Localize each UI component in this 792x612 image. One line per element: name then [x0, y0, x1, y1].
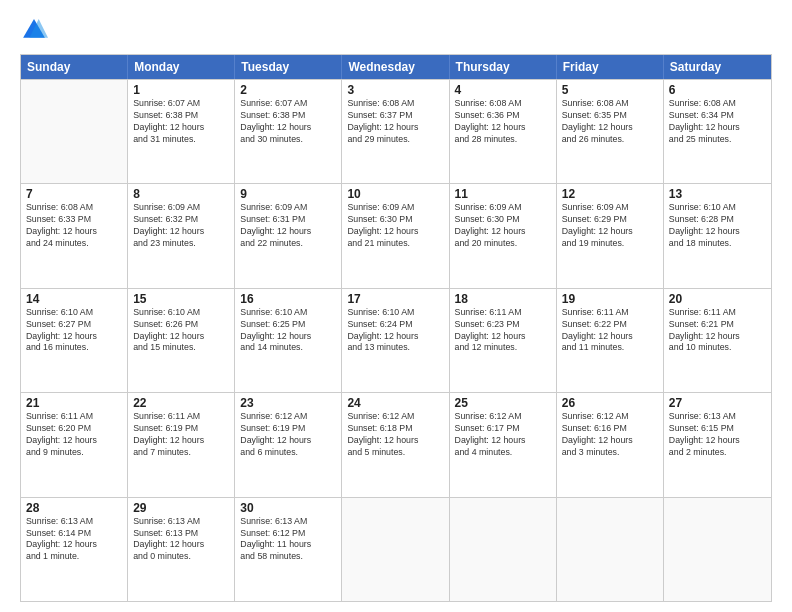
day-number: 26: [562, 396, 658, 410]
calendar-cell: 26Sunrise: 6:12 AM Sunset: 6:16 PM Dayli…: [557, 393, 664, 496]
day-info: Sunrise: 6:07 AM Sunset: 6:38 PM Dayligh…: [133, 98, 229, 146]
calendar-cell: 1Sunrise: 6:07 AM Sunset: 6:38 PM Daylig…: [128, 80, 235, 183]
day-info: Sunrise: 6:08 AM Sunset: 6:36 PM Dayligh…: [455, 98, 551, 146]
header-day-sunday: Sunday: [21, 55, 128, 79]
day-number: 17: [347, 292, 443, 306]
day-number: 20: [669, 292, 766, 306]
calendar-cell: 22Sunrise: 6:11 AM Sunset: 6:19 PM Dayli…: [128, 393, 235, 496]
day-info: Sunrise: 6:07 AM Sunset: 6:38 PM Dayligh…: [240, 98, 336, 146]
header-day-tuesday: Tuesday: [235, 55, 342, 79]
day-info: Sunrise: 6:09 AM Sunset: 6:30 PM Dayligh…: [347, 202, 443, 250]
calendar-cell: 4Sunrise: 6:08 AM Sunset: 6:36 PM Daylig…: [450, 80, 557, 183]
logo: [20, 16, 52, 44]
calendar-row-3: 21Sunrise: 6:11 AM Sunset: 6:20 PM Dayli…: [21, 392, 771, 496]
day-info: Sunrise: 6:09 AM Sunset: 6:30 PM Dayligh…: [455, 202, 551, 250]
day-info: Sunrise: 6:08 AM Sunset: 6:35 PM Dayligh…: [562, 98, 658, 146]
day-number: 22: [133, 396, 229, 410]
calendar-cell: [342, 498, 449, 601]
calendar-cell: 25Sunrise: 6:12 AM Sunset: 6:17 PM Dayli…: [450, 393, 557, 496]
calendar-cell: 10Sunrise: 6:09 AM Sunset: 6:30 PM Dayli…: [342, 184, 449, 287]
day-number: 7: [26, 187, 122, 201]
calendar-cell: 11Sunrise: 6:09 AM Sunset: 6:30 PM Dayli…: [450, 184, 557, 287]
calendar-cell: 30Sunrise: 6:13 AM Sunset: 6:12 PM Dayli…: [235, 498, 342, 601]
calendar-cell: 5Sunrise: 6:08 AM Sunset: 6:35 PM Daylig…: [557, 80, 664, 183]
calendar-cell: 16Sunrise: 6:10 AM Sunset: 6:25 PM Dayli…: [235, 289, 342, 392]
day-number: 1: [133, 83, 229, 97]
day-number: 6: [669, 83, 766, 97]
day-info: Sunrise: 6:12 AM Sunset: 6:18 PM Dayligh…: [347, 411, 443, 459]
calendar-row-1: 7Sunrise: 6:08 AM Sunset: 6:33 PM Daylig…: [21, 183, 771, 287]
day-number: 5: [562, 83, 658, 97]
day-number: 4: [455, 83, 551, 97]
calendar-header: SundayMondayTuesdayWednesdayThursdayFrid…: [21, 55, 771, 79]
calendar-row-4: 28Sunrise: 6:13 AM Sunset: 6:14 PM Dayli…: [21, 497, 771, 601]
day-number: 15: [133, 292, 229, 306]
day-info: Sunrise: 6:10 AM Sunset: 6:24 PM Dayligh…: [347, 307, 443, 355]
page: SundayMondayTuesdayWednesdayThursdayFrid…: [0, 0, 792, 612]
day-number: 29: [133, 501, 229, 515]
header-day-thursday: Thursday: [450, 55, 557, 79]
day-info: Sunrise: 6:11 AM Sunset: 6:20 PM Dayligh…: [26, 411, 122, 459]
day-number: 25: [455, 396, 551, 410]
day-number: 18: [455, 292, 551, 306]
logo-icon: [20, 16, 48, 44]
day-info: Sunrise: 6:13 AM Sunset: 6:14 PM Dayligh…: [26, 516, 122, 564]
day-number: 11: [455, 187, 551, 201]
day-info: Sunrise: 6:11 AM Sunset: 6:22 PM Dayligh…: [562, 307, 658, 355]
day-info: Sunrise: 6:08 AM Sunset: 6:34 PM Dayligh…: [669, 98, 766, 146]
day-number: 23: [240, 396, 336, 410]
calendar-cell: [664, 498, 771, 601]
day-info: Sunrise: 6:11 AM Sunset: 6:21 PM Dayligh…: [669, 307, 766, 355]
calendar-row-2: 14Sunrise: 6:10 AM Sunset: 6:27 PM Dayli…: [21, 288, 771, 392]
header-day-wednesday: Wednesday: [342, 55, 449, 79]
calendar-cell: 18Sunrise: 6:11 AM Sunset: 6:23 PM Dayli…: [450, 289, 557, 392]
day-info: Sunrise: 6:13 AM Sunset: 6:12 PM Dayligh…: [240, 516, 336, 564]
calendar-cell: 23Sunrise: 6:12 AM Sunset: 6:19 PM Dayli…: [235, 393, 342, 496]
calendar-body: 1Sunrise: 6:07 AM Sunset: 6:38 PM Daylig…: [21, 79, 771, 601]
day-info: Sunrise: 6:09 AM Sunset: 6:32 PM Dayligh…: [133, 202, 229, 250]
day-number: 27: [669, 396, 766, 410]
calendar-cell: 13Sunrise: 6:10 AM Sunset: 6:28 PM Dayli…: [664, 184, 771, 287]
calendar-cell: 24Sunrise: 6:12 AM Sunset: 6:18 PM Dayli…: [342, 393, 449, 496]
calendar-cell: [450, 498, 557, 601]
calendar-cell: 12Sunrise: 6:09 AM Sunset: 6:29 PM Dayli…: [557, 184, 664, 287]
calendar-cell: 6Sunrise: 6:08 AM Sunset: 6:34 PM Daylig…: [664, 80, 771, 183]
calendar-cell: 20Sunrise: 6:11 AM Sunset: 6:21 PM Dayli…: [664, 289, 771, 392]
day-info: Sunrise: 6:08 AM Sunset: 6:37 PM Dayligh…: [347, 98, 443, 146]
header-day-saturday: Saturday: [664, 55, 771, 79]
calendar-cell: 17Sunrise: 6:10 AM Sunset: 6:24 PM Dayli…: [342, 289, 449, 392]
day-info: Sunrise: 6:13 AM Sunset: 6:13 PM Dayligh…: [133, 516, 229, 564]
calendar-cell: 21Sunrise: 6:11 AM Sunset: 6:20 PM Dayli…: [21, 393, 128, 496]
calendar-cell: 3Sunrise: 6:08 AM Sunset: 6:37 PM Daylig…: [342, 80, 449, 183]
calendar-cell: 29Sunrise: 6:13 AM Sunset: 6:13 PM Dayli…: [128, 498, 235, 601]
day-number: 30: [240, 501, 336, 515]
calendar-row-0: 1Sunrise: 6:07 AM Sunset: 6:38 PM Daylig…: [21, 79, 771, 183]
calendar-cell: 19Sunrise: 6:11 AM Sunset: 6:22 PM Dayli…: [557, 289, 664, 392]
calendar: SundayMondayTuesdayWednesdayThursdayFrid…: [20, 54, 772, 602]
header-day-friday: Friday: [557, 55, 664, 79]
day-info: Sunrise: 6:12 AM Sunset: 6:19 PM Dayligh…: [240, 411, 336, 459]
day-number: 12: [562, 187, 658, 201]
day-info: Sunrise: 6:09 AM Sunset: 6:29 PM Dayligh…: [562, 202, 658, 250]
calendar-cell: 27Sunrise: 6:13 AM Sunset: 6:15 PM Dayli…: [664, 393, 771, 496]
day-info: Sunrise: 6:11 AM Sunset: 6:19 PM Dayligh…: [133, 411, 229, 459]
day-number: 28: [26, 501, 122, 515]
calendar-cell: 14Sunrise: 6:10 AM Sunset: 6:27 PM Dayli…: [21, 289, 128, 392]
day-info: Sunrise: 6:08 AM Sunset: 6:33 PM Dayligh…: [26, 202, 122, 250]
header: [20, 16, 772, 44]
day-number: 24: [347, 396, 443, 410]
day-number: 13: [669, 187, 766, 201]
day-info: Sunrise: 6:12 AM Sunset: 6:17 PM Dayligh…: [455, 411, 551, 459]
calendar-cell: 9Sunrise: 6:09 AM Sunset: 6:31 PM Daylig…: [235, 184, 342, 287]
day-info: Sunrise: 6:11 AM Sunset: 6:23 PM Dayligh…: [455, 307, 551, 355]
day-info: Sunrise: 6:10 AM Sunset: 6:26 PM Dayligh…: [133, 307, 229, 355]
day-number: 8: [133, 187, 229, 201]
calendar-cell: 8Sunrise: 6:09 AM Sunset: 6:32 PM Daylig…: [128, 184, 235, 287]
day-info: Sunrise: 6:10 AM Sunset: 6:25 PM Dayligh…: [240, 307, 336, 355]
calendar-cell: 2Sunrise: 6:07 AM Sunset: 6:38 PM Daylig…: [235, 80, 342, 183]
day-number: 21: [26, 396, 122, 410]
day-info: Sunrise: 6:09 AM Sunset: 6:31 PM Dayligh…: [240, 202, 336, 250]
calendar-cell: 28Sunrise: 6:13 AM Sunset: 6:14 PM Dayli…: [21, 498, 128, 601]
day-info: Sunrise: 6:12 AM Sunset: 6:16 PM Dayligh…: [562, 411, 658, 459]
day-number: 3: [347, 83, 443, 97]
